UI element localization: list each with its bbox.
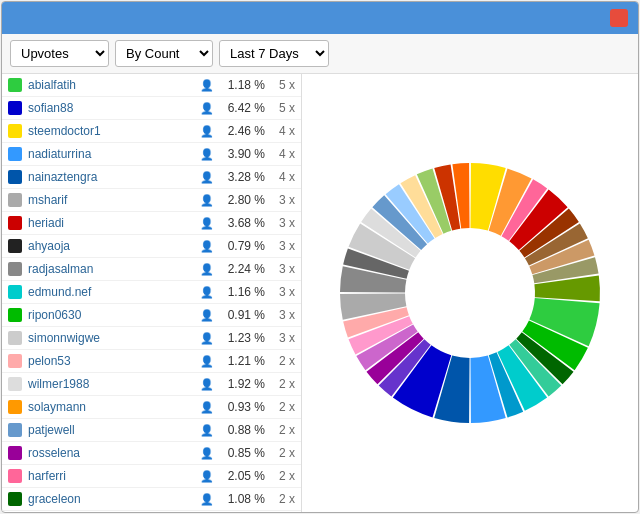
item-username: harferri <box>28 469 194 483</box>
close-button[interactable] <box>610 9 628 27</box>
item-username: edmund.nef <box>28 285 194 299</box>
item-percent: 1.16 % <box>220 285 265 299</box>
item-username: heriadi <box>28 216 194 230</box>
item-count: 3 x <box>265 331 295 345</box>
item-count: 2 x <box>265 400 295 414</box>
list-item[interactable]: ripon0630 👤 0.91 % 3 x <box>2 304 301 327</box>
list-item[interactable]: rosselena 👤 0.85 % 2 x <box>2 442 301 465</box>
type-select[interactable]: UpvotesDownvotes <box>10 40 109 67</box>
list-item[interactable]: radjasalman 👤 2.24 % 3 x <box>2 258 301 281</box>
list-item[interactable]: edmund.nef 👤 1.16 % 3 x <box>2 281 301 304</box>
item-username: abialfatih <box>28 78 194 92</box>
donut-svg <box>330 153 610 433</box>
color-indicator <box>8 492 22 506</box>
period-select[interactable]: Last 7 DaysLast 30 DaysLast 90 Days <box>219 40 329 67</box>
item-count: 3 x <box>265 239 295 253</box>
list-item[interactable]: ubongudofot 👤 2.17 % 2 x <box>2 511 301 512</box>
person-icon: 👤 <box>200 401 214 414</box>
person-icon: 👤 <box>200 470 214 483</box>
list-item[interactable]: steemdoctor1 👤 2.46 % 4 x <box>2 120 301 143</box>
list-item[interactable]: wilmer1988 👤 1.92 % 2 x <box>2 373 301 396</box>
item-username: wilmer1988 <box>28 377 194 391</box>
main-window: UpvotesDownvotes By CountBy Percent Last… <box>1 1 639 513</box>
item-percent: 3.28 % <box>220 170 265 184</box>
item-username: pelon53 <box>28 354 194 368</box>
person-icon: 👤 <box>200 309 214 322</box>
list-item[interactable]: simonnwigwe 👤 1.23 % 3 x <box>2 327 301 350</box>
item-count: 3 x <box>265 216 295 230</box>
color-indicator <box>8 331 22 345</box>
color-indicator <box>8 285 22 299</box>
item-count: 2 x <box>265 446 295 460</box>
item-count: 4 x <box>265 124 295 138</box>
item-username: graceleon <box>28 492 194 506</box>
color-indicator <box>8 193 22 207</box>
item-count: 5 x <box>265 101 295 115</box>
person-icon: 👤 <box>200 194 214 207</box>
color-indicator <box>8 101 22 115</box>
item-username: solaymann <box>28 400 194 414</box>
item-percent: 1.18 % <box>220 78 265 92</box>
person-icon: 👤 <box>200 286 214 299</box>
item-percent: 0.85 % <box>220 446 265 460</box>
list-item[interactable]: pelon53 👤 1.21 % 2 x <box>2 350 301 373</box>
toolbar: UpvotesDownvotes By CountBy Percent Last… <box>2 34 638 74</box>
list-item[interactable]: abialfatih 👤 1.18 % 5 x <box>2 74 301 97</box>
color-indicator <box>8 78 22 92</box>
color-indicator <box>8 469 22 483</box>
item-percent: 3.90 % <box>220 147 265 161</box>
title-bar <box>2 2 638 34</box>
person-icon: 👤 <box>200 217 214 230</box>
person-icon: 👤 <box>200 447 214 460</box>
list-item[interactable]: patjewell 👤 0.88 % 2 x <box>2 419 301 442</box>
color-indicator <box>8 377 22 391</box>
item-percent: 1.92 % <box>220 377 265 391</box>
item-count: 3 x <box>265 308 295 322</box>
chart-panel <box>302 74 638 512</box>
item-percent: 1.21 % <box>220 354 265 368</box>
color-indicator <box>8 308 22 322</box>
item-count: 3 x <box>265 193 295 207</box>
color-indicator <box>8 124 22 138</box>
item-percent: 0.88 % <box>220 423 265 437</box>
person-icon: 👤 <box>200 493 214 506</box>
list-item[interactable]: ahyaoja 👤 0.79 % 3 x <box>2 235 301 258</box>
item-count: 3 x <box>265 262 295 276</box>
item-percent: 0.93 % <box>220 400 265 414</box>
item-username: msharif <box>28 193 194 207</box>
person-icon: 👤 <box>200 332 214 345</box>
item-username: ripon0630 <box>28 308 194 322</box>
item-percent: 0.79 % <box>220 239 265 253</box>
person-icon: 👤 <box>200 125 214 138</box>
list-item[interactable]: graceleon 👤 1.08 % 2 x <box>2 488 301 511</box>
item-percent: 2.80 % <box>220 193 265 207</box>
item-count: 2 x <box>265 469 295 483</box>
item-percent: 2.46 % <box>220 124 265 138</box>
color-indicator <box>8 170 22 184</box>
color-indicator <box>8 216 22 230</box>
item-count: 3 x <box>265 285 295 299</box>
color-indicator <box>8 147 22 161</box>
item-count: 5 x <box>265 78 295 92</box>
item-count: 2 x <box>265 354 295 368</box>
person-icon: 👤 <box>200 102 214 115</box>
list-item[interactable]: nainaztengra 👤 3.28 % 4 x <box>2 166 301 189</box>
item-count: 4 x <box>265 170 295 184</box>
item-percent: 3.68 % <box>220 216 265 230</box>
item-percent: 0.91 % <box>220 308 265 322</box>
color-indicator <box>8 262 22 276</box>
list-item[interactable]: solaymann 👤 0.93 % 2 x <box>2 396 301 419</box>
color-indicator <box>8 446 22 460</box>
list-item[interactable]: sofian88 👤 6.42 % 5 x <box>2 97 301 120</box>
list-item[interactable]: heriadi 👤 3.68 % 3 x <box>2 212 301 235</box>
list-item[interactable]: harferri 👤 2.05 % 2 x <box>2 465 301 488</box>
person-icon: 👤 <box>200 263 214 276</box>
item-username: radjasalman <box>28 262 194 276</box>
list-item[interactable]: msharif 👤 2.80 % 3 x <box>2 189 301 212</box>
item-count: 4 x <box>265 147 295 161</box>
list-item[interactable]: nadiaturrina 👤 3.90 % 4 x <box>2 143 301 166</box>
person-icon: 👤 <box>200 79 214 92</box>
donut-chart <box>330 153 610 433</box>
vote-list: abialfatih 👤 1.18 % 5 x sofian88 👤 6.42 … <box>2 74 302 512</box>
sort-select[interactable]: By CountBy Percent <box>115 40 213 67</box>
